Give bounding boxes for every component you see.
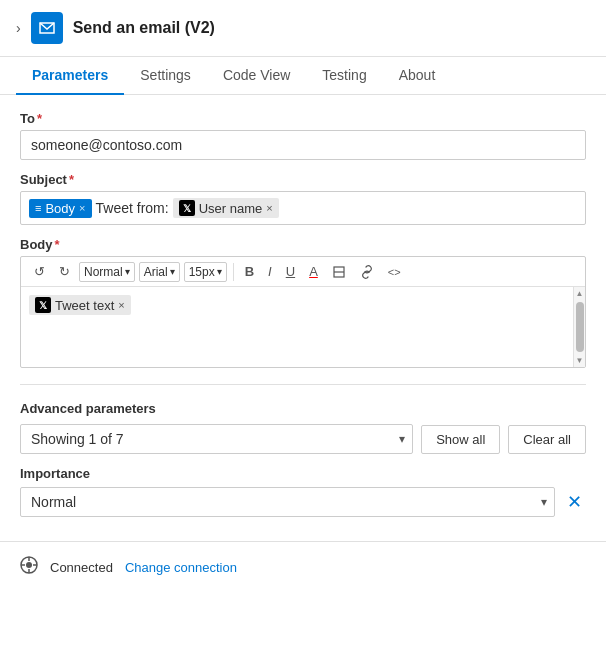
underline-button[interactable]: U: [281, 261, 300, 282]
subject-username-tag[interactable]: 𝕏 User name ×: [173, 198, 279, 218]
italic-button[interactable]: I: [263, 261, 277, 282]
change-connection-link[interactable]: Change connection: [125, 560, 237, 575]
remove-username-tag[interactable]: ×: [266, 202, 272, 214]
font-color-button[interactable]: A: [304, 261, 323, 282]
importance-row: Normal High Low ▾ ✕: [20, 487, 586, 517]
connected-icon: [20, 556, 38, 578]
section-divider: [20, 384, 586, 385]
remove-body-tweet-tag[interactable]: ×: [118, 299, 124, 311]
tab-code-view[interactable]: Code View: [207, 57, 306, 95]
bold-button[interactable]: B: [240, 261, 259, 282]
subject-static-text: Tweet from:: [96, 200, 169, 216]
advanced-row: Showing 1 of 7 ▾ Show all Clear all: [20, 424, 586, 454]
editor-body[interactable]: 𝕏 Tweet text × ▲ ▼: [21, 287, 585, 367]
tab-settings[interactable]: Settings: [124, 57, 207, 95]
divider-1: [233, 263, 234, 281]
subject-label: Subject*: [20, 172, 586, 187]
connected-text: Connected: [50, 560, 113, 575]
undo-button[interactable]: ↺: [29, 261, 50, 282]
to-input[interactable]: [20, 130, 586, 160]
app-icon: [31, 12, 63, 44]
showing-select-wrapper: Showing 1 of 7 ▾: [20, 424, 413, 454]
code-button[interactable]: <>: [383, 263, 406, 281]
tab-bar: Parameters Settings Code View Testing Ab…: [0, 57, 606, 95]
tab-about[interactable]: About: [383, 57, 452, 95]
importance-select[interactable]: Normal High Low: [20, 487, 555, 517]
highlight-button[interactable]: [327, 262, 351, 282]
body-editor[interactable]: ↺ ↻ Normal ▾ Arial ▾ 15px ▾ B I U A: [20, 256, 586, 368]
page-title: Send an email (V2): [73, 19, 215, 37]
remove-importance-button[interactable]: ✕: [563, 489, 586, 515]
to-label: To*: [20, 111, 586, 126]
subject-body-tag[interactable]: ≡ Body ×: [29, 199, 92, 218]
scroll-up-arrow[interactable]: ▲: [574, 287, 586, 300]
tab-testing[interactable]: Testing: [306, 57, 382, 95]
redo-button[interactable]: ↻: [54, 261, 75, 282]
advanced-label: Advanced parameters: [20, 401, 586, 416]
back-chevron[interactable]: ›: [16, 20, 21, 36]
scroll-down-arrow[interactable]: ▼: [574, 354, 586, 367]
svg-point-4: [26, 562, 32, 568]
editor-toolbar: ↺ ↻ Normal ▾ Arial ▾ 15px ▾ B I U A: [21, 257, 585, 287]
showing-select[interactable]: Showing 1 of 7: [20, 424, 413, 454]
footer: Connected Change connection: [0, 541, 606, 592]
importance-label: Importance: [20, 466, 586, 481]
subject-field[interactable]: ≡ Body × Tweet from: 𝕏 User name ×: [20, 191, 586, 225]
form-content: To* Subject* ≡ Body × Tweet from: 𝕏 User…: [0, 95, 606, 533]
editor-scrollbar[interactable]: ▲ ▼: [573, 287, 585, 367]
remove-body-tag[interactable]: ×: [79, 202, 85, 214]
advanced-section: Advanced parameters Showing 1 of 7 ▾ Sho…: [20, 401, 586, 517]
font-style-select[interactable]: Normal ▾: [79, 262, 135, 282]
font-face-select[interactable]: Arial ▾: [139, 262, 180, 282]
font-size-select[interactable]: 15px ▾: [184, 262, 227, 282]
importance-select-wrapper: Normal High Low ▾: [20, 487, 555, 517]
body-tweet-tag[interactable]: 𝕏 Tweet text ×: [29, 295, 131, 315]
twitter-icon: 𝕏: [179, 200, 195, 216]
body-twitter-icon: 𝕏: [35, 297, 51, 313]
link-button[interactable]: [355, 262, 379, 282]
tag-body-icon: ≡: [35, 202, 41, 214]
header: › Send an email (V2): [0, 0, 606, 57]
body-label: Body*: [20, 237, 586, 252]
tab-parameters[interactable]: Parameters: [16, 57, 124, 95]
clear-all-button[interactable]: Clear all: [508, 425, 586, 454]
show-all-button[interactable]: Show all: [421, 425, 500, 454]
scrollbar-thumb[interactable]: [576, 302, 584, 352]
